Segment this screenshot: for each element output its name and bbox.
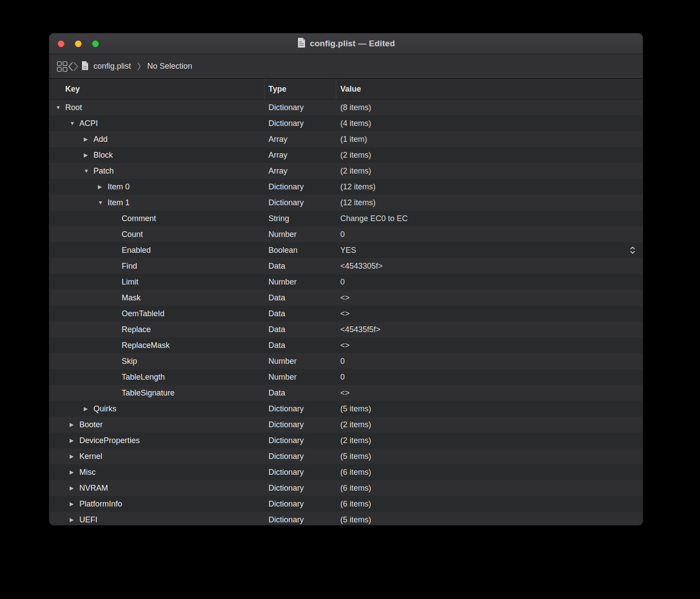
row-key[interactable]: Replace bbox=[122, 325, 151, 334]
row-value[interactable]: (5 items) bbox=[340, 404, 371, 414]
row-type[interactable]: Dictionary bbox=[264, 115, 336, 131]
row-value[interactable]: (6 items) bbox=[340, 499, 371, 509]
row-type[interactable]: Dictionary bbox=[264, 496, 336, 512]
table-row[interactable]: Mask Data <> bbox=[49, 290, 643, 306]
table-row[interactable]: ▶ UEFI Dictionary (5 items) bbox=[49, 512, 643, 525]
table-row[interactable]: TableLength Number 0 bbox=[49, 369, 643, 385]
row-type[interactable]: Data bbox=[264, 306, 336, 322]
table-row[interactable]: Enabled Boolean YES bbox=[49, 242, 643, 258]
table-row[interactable]: ▼ Item 1 Dictionary (12 items) bbox=[49, 195, 643, 211]
row-key[interactable]: Count bbox=[122, 230, 143, 239]
table-row[interactable]: ▼ ACPI Dictionary (4 items) bbox=[49, 115, 643, 131]
row-type[interactable]: Dictionary bbox=[264, 179, 336, 195]
row-value[interactable]: (2 items) bbox=[340, 166, 371, 176]
row-type[interactable]: Array bbox=[264, 163, 336, 179]
row-key[interactable]: Find bbox=[122, 262, 137, 271]
row-key[interactable]: Item 1 bbox=[108, 198, 130, 207]
row-value[interactable]: 0 bbox=[340, 230, 345, 239]
disclosure-triangle-icon[interactable]: ▶ bbox=[70, 517, 79, 523]
table-row[interactable]: OemTableId Data <> bbox=[49, 306, 643, 322]
row-value[interactable]: <> bbox=[340, 341, 350, 350]
disclosure-triangle-icon[interactable]: ▶ bbox=[70, 422, 79, 428]
forward-icon[interactable] bbox=[73, 62, 78, 71]
disclosure-triangle-icon[interactable]: ▶ bbox=[70, 437, 79, 444]
disclosure-triangle-icon[interactable]: ▶ bbox=[70, 501, 79, 507]
row-type[interactable]: Dictionary bbox=[264, 480, 336, 496]
disclosure-triangle-icon[interactable]: ▼ bbox=[56, 104, 65, 111]
disclosure-triangle-icon[interactable]: ▶ bbox=[70, 469, 79, 475]
zoom-button[interactable] bbox=[92, 41, 99, 47]
row-key[interactable]: Booter bbox=[79, 420, 103, 429]
row-key[interactable]: Patch bbox=[93, 166, 114, 176]
row-type[interactable]: String bbox=[264, 211, 336, 226]
disclosure-triangle-icon[interactable]: ▶ bbox=[98, 184, 108, 190]
row-type[interactable]: Dictionary bbox=[264, 100, 336, 115]
breadcrumb-document[interactable]: config.plist bbox=[93, 62, 131, 71]
row-type[interactable]: Dictionary bbox=[264, 464, 336, 480]
table-row[interactable]: ▼ Root Dictionary (8 items) bbox=[49, 100, 643, 115]
row-key[interactable]: DeviceProperties bbox=[79, 436, 140, 445]
table-row[interactable]: Comment String Change EC0 to EC bbox=[49, 211, 643, 226]
disclosure-triangle-icon[interactable]: ▶ bbox=[84, 152, 93, 158]
column-header-key[interactable]: Key bbox=[49, 79, 264, 99]
table-row[interactable]: ▶ Block Array (2 items) bbox=[49, 147, 643, 163]
row-key[interactable]: ReplaceMask bbox=[122, 341, 170, 350]
row-type[interactable]: Dictionary bbox=[264, 195, 336, 211]
row-value[interactable]: (5 items) bbox=[340, 452, 371, 461]
row-type[interactable]: Dictionary bbox=[264, 433, 336, 448]
row-key[interactable]: Quirks bbox=[93, 404, 116, 414]
row-value[interactable]: (12 items) bbox=[340, 198, 376, 207]
disclosure-triangle-icon[interactable]: ▼ bbox=[84, 168, 93, 174]
row-type[interactable]: Dictionary bbox=[264, 417, 336, 433]
row-key[interactable]: OemTableId bbox=[122, 309, 164, 318]
disclosure-triangle-icon[interactable]: ▶ bbox=[84, 406, 93, 412]
row-value[interactable]: (5 items) bbox=[340, 515, 371, 525]
row-value[interactable]: YES bbox=[340, 246, 356, 255]
table-row[interactable]: ▶ Misc Dictionary (6 items) bbox=[49, 464, 643, 480]
row-key[interactable]: Misc bbox=[79, 468, 96, 477]
row-type[interactable]: Array bbox=[264, 131, 336, 147]
row-key[interactable]: Root bbox=[65, 103, 82, 112]
column-header-type[interactable]: Type bbox=[264, 79, 336, 99]
row-key[interactable]: Enabled bbox=[122, 246, 151, 255]
table-row[interactable]: Replace Data <45435f5f> bbox=[49, 322, 643, 337]
row-type[interactable]: Data bbox=[264, 337, 336, 353]
minimize-button[interactable] bbox=[75, 41, 82, 47]
row-value[interactable]: (6 items) bbox=[340, 484, 371, 493]
row-value[interactable]: <> bbox=[340, 309, 350, 318]
row-type[interactable]: Data bbox=[264, 258, 336, 274]
disclosure-triangle-icon[interactable]: ▼ bbox=[98, 200, 108, 206]
row-key[interactable]: UEFI bbox=[79, 515, 97, 525]
row-value[interactable]: (1 item) bbox=[340, 135, 367, 144]
row-key[interactable]: TableLength bbox=[122, 373, 165, 382]
related-items-icon[interactable] bbox=[56, 61, 68, 72]
table-row[interactable]: Count Number 0 bbox=[49, 226, 643, 242]
row-key[interactable]: Block bbox=[93, 151, 113, 160]
row-type[interactable]: Array bbox=[264, 147, 336, 163]
row-value[interactable]: <45435f5f> bbox=[340, 325, 380, 334]
row-value[interactable]: Change EC0 to EC bbox=[340, 214, 408, 223]
row-type[interactable]: Number bbox=[264, 369, 336, 385]
table-row[interactable]: ▶ Add Array (1 item) bbox=[49, 131, 643, 147]
row-type[interactable]: Dictionary bbox=[264, 512, 336, 525]
row-key[interactable]: ACPI bbox=[79, 119, 98, 128]
row-value[interactable]: (4 items) bbox=[340, 119, 371, 128]
row-type[interactable]: Number bbox=[264, 274, 336, 290]
table-row[interactable]: ▶ Item 0 Dictionary (12 items) bbox=[49, 179, 643, 195]
disclosure-triangle-icon[interactable]: ▶ bbox=[70, 453, 79, 459]
disclosure-triangle-icon[interactable]: ▶ bbox=[70, 485, 79, 491]
back-icon[interactable] bbox=[68, 62, 73, 71]
row-type[interactable]: Data bbox=[264, 385, 336, 401]
row-key[interactable]: Kernel bbox=[79, 452, 102, 461]
row-key[interactable]: Add bbox=[93, 135, 108, 144]
row-type[interactable]: Dictionary bbox=[264, 448, 336, 464]
row-type[interactable]: Data bbox=[264, 290, 336, 306]
row-key[interactable]: NVRAM bbox=[79, 484, 108, 493]
table-row[interactable]: TableSignature Data <> bbox=[49, 385, 643, 401]
row-value[interactable]: (8 items) bbox=[340, 103, 371, 112]
row-key[interactable]: TableSignature bbox=[122, 388, 175, 398]
row-value[interactable]: (2 items) bbox=[340, 420, 371, 429]
table-row[interactable]: ▶ Kernel Dictionary (5 items) bbox=[49, 448, 643, 464]
disclosure-triangle-icon[interactable]: ▼ bbox=[70, 120, 79, 126]
table-row[interactable]: ▶ NVRAM Dictionary (6 items) bbox=[49, 480, 643, 496]
